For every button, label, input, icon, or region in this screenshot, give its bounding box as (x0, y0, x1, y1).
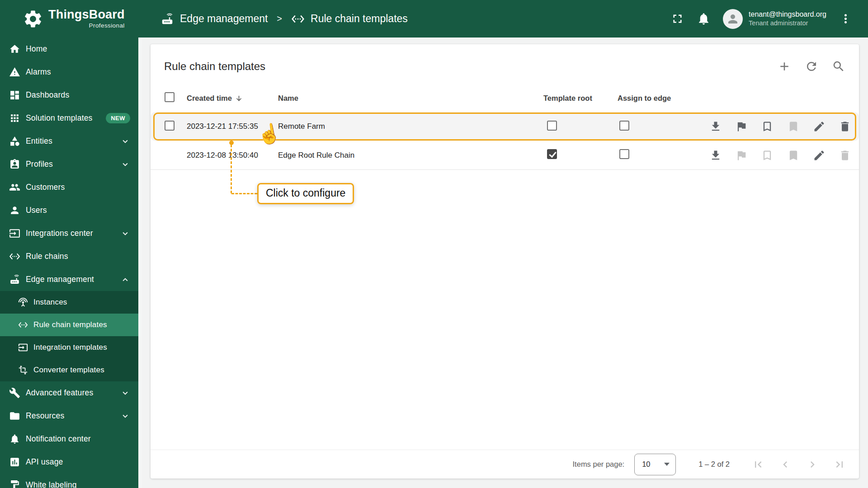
sidebar-item-label: Integrations center (26, 229, 93, 238)
download-icon[interactable] (708, 148, 723, 163)
bell-icon (9, 433, 20, 445)
sidebar-item-advanced-features[interactable]: Advanced features (0, 381, 138, 404)
column-header-created-time[interactable]: Created time (187, 94, 278, 103)
sidebar-item-entities[interactable]: Entities (0, 130, 138, 153)
next-page-icon[interactable] (805, 457, 820, 472)
sidebar-item-users[interactable]: Users (0, 199, 138, 222)
wrench-icon (9, 387, 20, 399)
sidebar-item-label: Customers (26, 183, 65, 192)
cell-created-time: 2023-12-08 13:50:40 (187, 151, 278, 160)
user-menu[interactable]: tenant@thingsboard.org Tenant administra… (723, 9, 826, 29)
sidebar-item-white-labeling[interactable]: White labeling (0, 474, 138, 488)
assign-to-edge-checkbox[interactable] (619, 121, 629, 131)
kebab-menu-icon[interactable] (839, 12, 853, 26)
assign-to-edge-checkbox[interactable] (619, 149, 629, 159)
column-header-assign-to-edge[interactable]: Assign to edge (618, 94, 708, 103)
template-root-checkbox[interactable] (547, 149, 557, 159)
delete-trash-icon[interactable] (837, 119, 853, 134)
sidebar-scrollbar[interactable] (138, 38, 142, 488)
brand-logo[interactable]: ThingsBoard Professional (0, 0, 138, 38)
home-icon (9, 43, 20, 55)
last-page-icon[interactable] (832, 457, 847, 472)
sidebar-item-converter-templates[interactable]: Converter templates (0, 359, 138, 381)
column-label: Assign to edge (618, 94, 671, 103)
person-icon (726, 12, 740, 26)
column-label: Name (278, 94, 298, 103)
sidebar-item-integrations-center[interactable]: Integrations center (0, 222, 138, 245)
sidebar-item-integration-templates[interactable]: Integration templates (0, 336, 138, 359)
sidebar-item-edge-management[interactable]: Edge management (0, 268, 138, 291)
sidebar-item-label: Profiles (26, 160, 53, 169)
search-icon[interactable] (832, 60, 845, 73)
fullscreen-icon[interactable] (670, 12, 684, 26)
content-area: Rule chain templates Created time Name (138, 38, 868, 488)
chevron-down-icon (120, 136, 130, 146)
bookmark-outline-icon[interactable] (760, 119, 775, 134)
chevron-down-icon (120, 411, 130, 421)
sidebar-item-solution-templates[interactable]: Solution templates NEW (0, 107, 138, 130)
people-icon (9, 182, 20, 193)
table-row-edge-root-rule-chain[interactable]: 2023-12-08 13:50:40 Edge Root Rule Chain (151, 141, 859, 170)
edit-pencil-icon[interactable] (811, 148, 827, 163)
sidebar-item-label: Instances (33, 298, 67, 307)
sidebar-item-instances[interactable]: Instances (0, 291, 138, 314)
template-root-checkbox[interactable] (547, 121, 557, 131)
paginator-range: 1 – 2 of 2 (698, 460, 730, 469)
refresh-icon[interactable] (805, 60, 818, 73)
cell-name: Remote Farm (278, 122, 543, 131)
row-actions (708, 119, 853, 134)
sidebar-item-label: Edge management (26, 275, 94, 284)
sidebar-item-alarms[interactable]: Alarms (0, 61, 138, 84)
sidebar-item-home[interactable]: Home (0, 38, 138, 61)
sidebar-item-label: Home (26, 44, 47, 54)
sidebar-item-customers[interactable]: Customers (0, 176, 138, 199)
sidebar-item-resources[interactable]: Resources (0, 404, 138, 427)
column-header-name[interactable]: Name (278, 94, 543, 103)
sidebar-item-dashboards[interactable]: Dashboards (0, 84, 138, 107)
card-header: Rule chain templates (151, 44, 859, 84)
add-icon[interactable] (778, 60, 791, 73)
new-badge: NEW (106, 113, 130, 123)
select-all-checkbox[interactable] (165, 92, 175, 102)
delete-trash-icon[interactable] (837, 148, 853, 163)
sidebar-item-api-usage[interactable]: API usage (0, 450, 138, 474)
table-row-remote-farm[interactable]: 2023-12-21 17:55:35 Remote Farm (151, 112, 859, 141)
column-header-template-root[interactable]: Template root (543, 94, 618, 103)
page-title: Rule chain templates (164, 60, 265, 73)
main-area: Edge management > Rule chain templates t… (138, 0, 868, 488)
sidebar-item-profiles[interactable]: Profiles (0, 153, 138, 176)
notifications-bell-icon[interactable] (697, 12, 711, 26)
previous-page-icon[interactable] (778, 457, 793, 472)
bookmark-filled-icon[interactable] (786, 119, 801, 134)
sort-descending-icon (235, 94, 243, 103)
dashboards-icon (9, 89, 20, 101)
sidebar-item-notification-center[interactable]: Notification center (0, 427, 138, 450)
sidebar-item-rule-chain-templates[interactable]: Rule chain templates (0, 314, 138, 336)
top-bar-actions: tenant@thingsboard.org Tenant administra… (670, 9, 853, 29)
download-icon[interactable] (708, 119, 723, 134)
thingsboard-gear-logo-icon (23, 9, 43, 29)
sidebar-item-rule-chains[interactable]: Rule chains (0, 245, 138, 268)
transform-icon (18, 365, 28, 375)
sidebar-item-label: Converter templates (33, 366, 104, 375)
ethernet-icon (291, 12, 305, 26)
sidebar-item-label: Dashboards (26, 90, 69, 100)
breadcrumb-current: Rule chain templates (311, 13, 408, 25)
breadcrumb-parent[interactable]: Edge management (180, 13, 268, 25)
sidebar-item-label: Resources (26, 411, 64, 421)
paint-icon (9, 479, 20, 488)
sidebar: ThingsBoard Professional Home Alarms Das… (0, 0, 138, 488)
bookmark-filled-icon[interactable] (786, 148, 801, 163)
row-select-checkbox[interactable] (165, 121, 175, 131)
chevron-down-icon (120, 388, 130, 398)
edit-pencil-icon[interactable] (811, 119, 827, 134)
avatar[interactable] (723, 9, 743, 29)
user-role: Tenant administrator (749, 19, 826, 28)
chart-icon (9, 456, 20, 468)
bookmark-outline-icon[interactable] (760, 148, 775, 163)
flag-icon[interactable] (734, 148, 749, 163)
chevron-down-icon (120, 229, 130, 239)
flag-icon[interactable] (734, 119, 749, 134)
items-per-page-select[interactable]: 10 (634, 454, 676, 475)
first-page-icon[interactable] (750, 457, 766, 472)
